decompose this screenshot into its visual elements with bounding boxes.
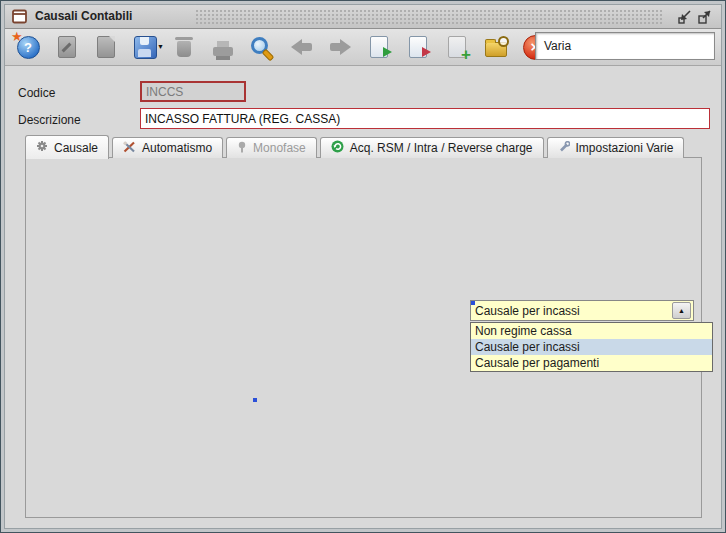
export-document-icon <box>409 36 427 58</box>
arrow-left-icon <box>291 39 312 55</box>
tools-icon <box>123 141 136 156</box>
next-record-button[interactable] <box>325 32 355 62</box>
import-document-icon <box>370 36 388 58</box>
tab-impostazioni-varie[interactable]: Impostazioni Varie <box>547 137 685 158</box>
tab-label: Automatismo <box>142 141 212 155</box>
folder-search-icon <box>485 42 507 57</box>
tab-label: Causale <box>54 141 98 155</box>
previous-record-button[interactable] <box>286 32 316 62</box>
star-icon: ★ <box>11 31 23 43</box>
regime-cassa-dropdown-list: Non regime cassa Causale per incassi Cau… <box>470 322 713 372</box>
tab-acq-rsm-intra-reverse-charge[interactable]: Acq. RSM / Intra / Reverse charge <box>320 137 544 158</box>
codice-field[interactable] <box>140 81 246 102</box>
status-value: Varia <box>544 39 571 53</box>
gear-icon <box>36 140 48 155</box>
status-field[interactable]: Varia <box>535 32 715 60</box>
selected-value: Causale per incassi <box>471 304 671 318</box>
search-icon <box>251 37 268 54</box>
tab-causale[interactable]: Causale <box>25 135 109 159</box>
tab-monofase[interactable]: Monofase <box>226 137 317 158</box>
search-button[interactable] <box>247 32 277 62</box>
edit-document-icon <box>58 36 76 58</box>
refresh-icon <box>331 140 344 156</box>
restore-icon[interactable] <box>675 8 693 25</box>
wrench-icon <box>558 141 570 156</box>
printer-icon <box>213 47 233 56</box>
save-button[interactable]: ▼ <box>130 32 160 62</box>
tab-label: Impostazioni Varie <box>576 141 674 155</box>
new-help-button[interactable]: ? ★ <box>13 32 43 62</box>
duplicate-document-icon <box>97 36 115 58</box>
save-icon <box>134 36 157 59</box>
descrizione-field[interactable] <box>140 108 710 129</box>
import-document-button[interactable] <box>364 32 394 62</box>
window-title: Causali Contabili <box>35 9 132 23</box>
duplicate-record-button[interactable] <box>91 32 121 62</box>
new-document-icon: + <box>448 36 466 58</box>
window-icon <box>12 9 28 27</box>
edit-record-button[interactable] <box>52 32 82 62</box>
tab-bar: Causale Automatismo Monofase Acq. RSM / … <box>25 135 684 158</box>
archive-search-button[interactable] <box>481 32 511 62</box>
arrow-right-icon <box>330 39 351 55</box>
title-bar[interactable]: Causali Contabili <box>5 5 721 29</box>
pin-icon <box>237 141 247 156</box>
codice-label: Codice <box>18 86 55 100</box>
chevron-up-icon[interactable]: ▲ <box>672 302 691 319</box>
descrizione-label: Descrizione <box>18 113 81 127</box>
dropdown-option-non-regime-cassa[interactable]: Non regime cassa <box>471 323 712 339</box>
tab-label: Monofase <box>253 141 306 155</box>
export-document-button[interactable] <box>403 32 433 62</box>
dropdown-option-causale-per-pagamenti[interactable]: Causale per pagamenti <box>471 355 712 371</box>
save-menu-caret-icon[interactable]: ▼ <box>157 43 164 50</box>
tab-automatismo[interactable]: Automatismo <box>112 137 223 158</box>
trash-icon <box>177 41 191 57</box>
delete-record-button[interactable] <box>169 32 199 62</box>
dropdown-option-causale-per-incassi[interactable]: Causale per incassi <box>471 339 712 355</box>
titlebar-texture <box>195 9 663 24</box>
maximize-icon[interactable] <box>695 8 713 25</box>
toolbar: ? ★ ▼ <box>5 29 721 66</box>
print-button[interactable] <box>208 32 238 62</box>
new-document-button[interactable]: + <box>442 32 472 62</box>
tab-label: Acq. RSM / Intra / Reverse charge <box>350 141 533 155</box>
causali-contabili-window: Causali Contabili ? ★ ▼ <box>0 0 726 533</box>
regime-cassa-select[interactable]: Causale per incassi ▲ <box>470 300 694 321</box>
